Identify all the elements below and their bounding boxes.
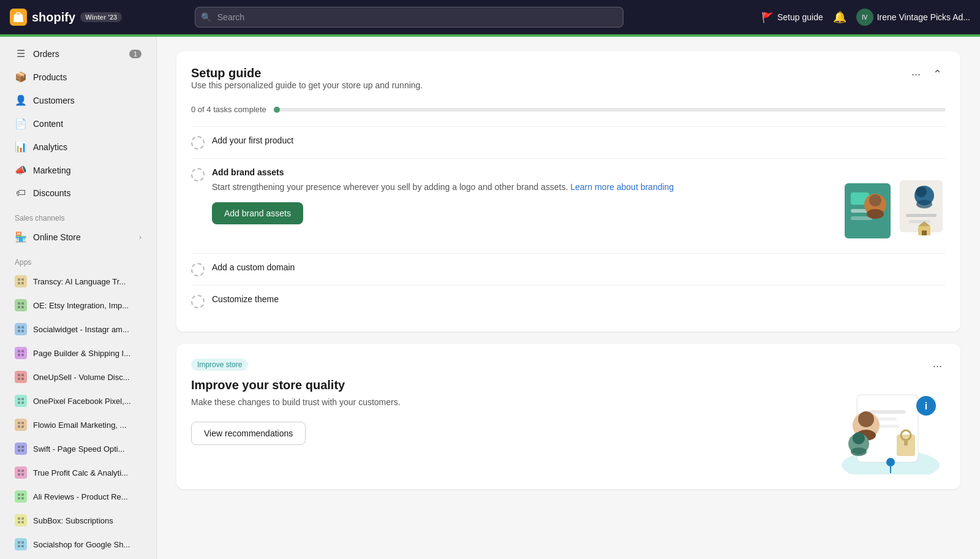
task-checkbox-brand-assets xyxy=(191,168,205,181)
sidebar-item-products[interactable]: 📦 Products xyxy=(5,66,151,88)
svg-rect-1 xyxy=(21,278,24,281)
customers-icon: 👤 xyxy=(15,94,27,106)
svg-rect-42 xyxy=(18,521,20,523)
svg-rect-71 xyxy=(904,441,908,446)
add-brand-assets-button[interactable]: Add brand assets xyxy=(212,202,303,224)
sidebar-app-flowio[interactable]: Flowio Email Marketing, ... xyxy=(5,413,151,436)
sidebar-item-orders[interactable]: ☰ Orders 1 xyxy=(5,42,151,65)
app-label-oe-etsy: OE: Etsy Integration, Imp... xyxy=(33,301,129,310)
search-input[interactable] xyxy=(195,7,624,28)
task-title-brand-assets: Add brand assets xyxy=(212,167,946,177)
svg-rect-28 xyxy=(18,446,20,448)
sidebar-app-trueprofit[interactable]: True Profit Calc & Analyti... xyxy=(5,461,151,484)
sidebar-item-content[interactable]: 📄 Content xyxy=(5,112,151,135)
sidebar-item-analytics[interactable]: 📊 Analytics xyxy=(5,135,151,158)
task-first-product[interactable]: Add your first product xyxy=(191,126,946,158)
improve-card-content: Improve store Improve your store quality… xyxy=(191,359,823,445)
analytics-icon: 📊 xyxy=(15,141,27,153)
svg-rect-18 xyxy=(18,378,20,380)
svg-rect-20 xyxy=(18,398,20,400)
improve-more-options-button[interactable]: ··· xyxy=(929,359,946,374)
view-recommendations-button[interactable]: View recommendations xyxy=(191,422,306,445)
svg-point-53 xyxy=(869,194,881,207)
improve-card-header: Improve store Improve your store quality… xyxy=(191,359,946,474)
learn-more-link[interactable]: Learn more about branding xyxy=(570,182,674,192)
app-label-transcy: Transcy: AI Language Tr... xyxy=(33,277,126,286)
store-name: Irene Vintage Picks Ad... xyxy=(877,12,970,22)
task-customize-theme[interactable]: Customize theme xyxy=(191,285,946,317)
svg-rect-14 xyxy=(18,354,20,356)
sidebar-item-analytics-label: Analytics xyxy=(33,142,67,152)
sidebar-item-customers[interactable]: 👤 Customers xyxy=(5,89,151,112)
improve-title: Improve your store quality xyxy=(191,378,823,392)
sidebar-app-subbox[interactable]: SubBox: Subscriptions xyxy=(5,509,151,532)
app-label-page-builder: Page Builder & Shipping I... xyxy=(33,349,130,358)
progress-bar xyxy=(274,108,946,112)
sidebar-app-swift[interactable]: Swift - Page Speed Opti... xyxy=(5,437,151,460)
svg-rect-46 xyxy=(18,545,20,547)
sidebar-item-marketing[interactable]: 📣 Marketing xyxy=(5,159,151,181)
search-bar: 🔍 xyxy=(195,7,624,28)
setup-guide-button[interactable]: 🚩 Setup guide xyxy=(761,12,823,23)
products-icon: 📦 xyxy=(15,71,27,83)
more-options-button[interactable]: ··· xyxy=(908,67,924,82)
task-custom-domain[interactable]: Add a custom domain xyxy=(191,253,946,285)
svg-rect-4 xyxy=(18,302,20,305)
svg-rect-21 xyxy=(21,398,24,400)
sidebar-app-oneupsel[interactable]: OneUpSell - Volume Disc... xyxy=(5,365,151,389)
setup-guide-card: Setup guide Use this personalized guide … xyxy=(176,51,960,332)
svg-rect-23 xyxy=(21,401,24,404)
progress-dot xyxy=(274,107,280,113)
app-label-alireviews: Ali Reviews - Product Re... xyxy=(33,492,128,501)
orders-icon: ☰ xyxy=(15,48,27,59)
svg-rect-38 xyxy=(18,497,20,500)
sidebar-app-socialshop[interactable]: Socialshop for Google Sh... xyxy=(5,533,151,556)
setup-guide-label: Setup guide xyxy=(777,12,823,22)
svg-rect-35 xyxy=(21,473,24,476)
collapse-button[interactable]: ⌃ xyxy=(929,66,946,82)
online-store-icon: 🏪 xyxy=(15,231,27,243)
task-content-first-product: Add your first product xyxy=(212,135,946,145)
svg-point-80 xyxy=(886,458,895,466)
store-avatar: IV xyxy=(856,9,873,26)
sidebar-app-page-builder[interactable]: Page Builder & Shipping I... xyxy=(5,341,151,365)
notification-bell-icon[interactable]: 🔔 xyxy=(833,10,846,24)
topbar-right: 🚩 Setup guide 🔔 IV Irene Vintage Picks A… xyxy=(761,9,970,26)
store-selector[interactable]: IV Irene Vintage Picks Ad... xyxy=(856,9,970,26)
sidebar-app-alireviews[interactable]: Ali Reviews - Product Re... xyxy=(5,485,151,508)
sidebar-app-socialwidget[interactable]: Socialwidget - Instagr am... xyxy=(5,318,151,341)
svg-rect-13 xyxy=(21,350,24,352)
main-layout: ☰ Orders 1 📦 Products 👤 Customers 📄 Cont… xyxy=(0,37,980,559)
brand-assets-illustration xyxy=(842,177,946,245)
app-label-onepixel: OnePixel Facebook Pixel,... xyxy=(33,397,131,406)
sidebar-app-transcy[interactable]: Transcy: AI Language Tr... xyxy=(5,270,151,293)
sidebar-item-discounts[interactable]: 🏷 Discounts xyxy=(5,182,151,204)
svg-rect-63 xyxy=(922,230,927,235)
sidebar-item-online-store[interactable]: 🏪 Online Store › xyxy=(5,226,151,248)
task-checkbox-customize-theme xyxy=(191,295,205,308)
task-desc-brand-assets: Start strengthening your presence wherev… xyxy=(212,181,674,194)
svg-point-77 xyxy=(851,447,867,456)
task-brand-assets[interactable]: Add brand assets Start strengthening you… xyxy=(191,158,946,253)
svg-rect-39 xyxy=(21,497,24,500)
sidebar-app-oe-etsy[interactable]: OE: Etsy Integration, Imp... xyxy=(5,294,151,317)
svg-rect-36 xyxy=(18,493,20,496)
app-icon-socialwidget xyxy=(15,323,27,335)
sidebar-item-content-label: Content xyxy=(33,119,63,129)
task-content-customize-theme: Customize theme xyxy=(212,294,946,304)
task-title-customize-theme: Customize theme xyxy=(212,294,946,304)
svg-rect-26 xyxy=(18,425,20,428)
svg-rect-24 xyxy=(18,422,20,424)
setup-guide-card-header: Setup guide Use this personalized guide … xyxy=(191,66,946,100)
svg-rect-2 xyxy=(18,282,20,284)
task-content-brand-assets: Add brand assets Start strengthening you… xyxy=(212,167,946,245)
svg-point-58 xyxy=(916,200,932,208)
sidebar-nav: ☰ Orders 1 📦 Products 👤 Customers 📄 Cont… xyxy=(0,42,156,204)
sidebar-app-onepixel[interactable]: OnePixel Facebook Pixel,... xyxy=(5,389,151,413)
sidebar-item-online-store-label: Online Store xyxy=(33,232,81,242)
improve-store-card: Improve store Improve your store quality… xyxy=(176,344,960,489)
svg-rect-8 xyxy=(18,326,20,329)
app-icon-swift xyxy=(15,443,27,455)
search-icon: 🔍 xyxy=(201,12,211,22)
sidebar-item-marketing-label: Marketing xyxy=(33,165,70,175)
